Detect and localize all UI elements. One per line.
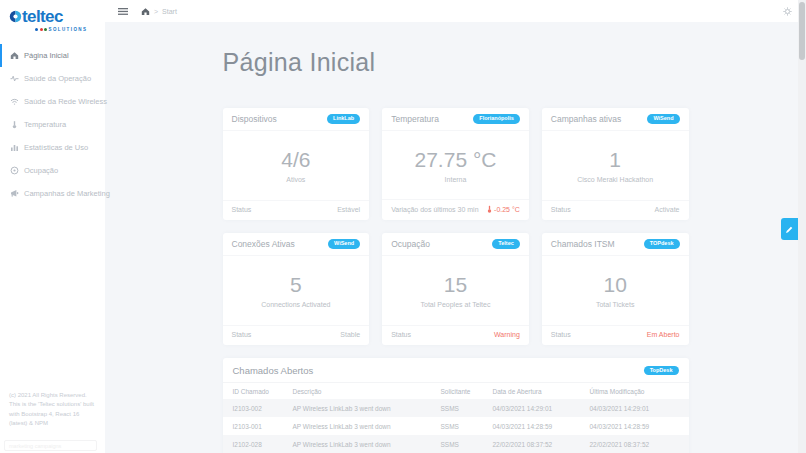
cards-grid: Dispositivos LinkLab 4/6 Ativos Status E… (223, 108, 689, 345)
breadcrumb-separator: > (154, 8, 158, 15)
sidebar-item-pagina-inicial[interactable]: Página Inicial (0, 44, 105, 67)
brand-logo[interactable]: teltec SOLUTIONS (0, 0, 105, 32)
card-badge: TOPdesk (644, 239, 680, 249)
card-footer-label: Status (551, 331, 571, 338)
card-badge: Teltec (492, 239, 520, 249)
sidebar-item-saude-rede-wireless[interactable]: Saúde da Rede Wireless (0, 90, 105, 113)
card-title: Dispositivos (232, 114, 277, 124)
settings-gear-icon[interactable] (783, 7, 792, 16)
card-status-value: Em Aberto (647, 331, 680, 338)
column-header: Última Modificação (584, 383, 689, 399)
sidebar-item-estatisticas-uso[interactable]: Estatísticas de Uso (0, 136, 105, 159)
column-header: Solicitante (435, 383, 487, 399)
cell-id: I2103-001 (223, 417, 287, 435)
card-value: 1 (609, 148, 621, 172)
cell-id: I2102-028 (223, 435, 287, 453)
column-header: Descrição (287, 383, 435, 399)
card-status-value: Estável (337, 206, 360, 213)
breadcrumb-current[interactable]: Start (162, 8, 177, 15)
cell-modified: 22/02/2021 08:37:52 (584, 435, 689, 453)
bar-chart-icon (10, 143, 19, 152)
sidebar-menu: Página Inicial Saúde da Operação Saúde d… (0, 44, 105, 205)
table-row: I2103-002 AP Wireless LinkLab 3 went dow… (223, 399, 689, 417)
main-content: Página Inicial Dispositivos LinkLab 4/6 … (105, 22, 806, 453)
brand-tagline: SOLUTIONS (49, 27, 88, 32)
cell-requester: SSMS (435, 435, 487, 453)
card-dispositivos: Dispositivos LinkLab 4/6 Ativos Status E… (223, 108, 370, 220)
sidebar-item-label: Saúde da Rede Wireless (24, 97, 107, 106)
thermometer-icon (10, 120, 19, 129)
sidebar-item-label: Estatísticas de Uso (24, 143, 88, 152)
card-footer-label: Variação dos últimos 30 min (391, 206, 478, 213)
sidebar-item-temperatura[interactable]: Temperatura (0, 113, 105, 136)
cell-opened: 04/03/2021 14:29:01 (487, 399, 584, 417)
breadcrumb-home-icon[interactable] (141, 7, 150, 16)
open-tickets-table: ID Chamado Descrição Solicitante Data de… (223, 383, 689, 453)
sidebar-item-campanhas-marketing[interactable]: Campanhas de Marketing (0, 182, 105, 205)
teltec-globe-icon (9, 10, 22, 23)
card-sublabel: Connections Activated (261, 301, 330, 308)
open-tickets-card: Chamados Abertos TopDesk ID Chamado Desc… (223, 358, 689, 453)
card-title: Chamados ITSM (551, 239, 615, 249)
sidebar-item-saude-operacao[interactable]: Saúde da Operação (0, 67, 105, 90)
copyright-text: (c) 2021 All Rights Reserved. This is th… (9, 391, 99, 429)
card-sublabel: Ativos (286, 176, 305, 183)
cell-requester: SSMS (435, 399, 487, 417)
cell-opened: 22/02/2021 08:37:52 (487, 435, 584, 453)
card-footer-label: Status (232, 206, 252, 213)
cell-description: AP Wireless LinkLab 3 went down (287, 435, 435, 453)
home-icon (10, 51, 19, 60)
brand-dot-red (40, 28, 43, 31)
card-value: 27.75 °C (415, 148, 497, 172)
card-conexoes-ativas: Conexões Ativas WiSend 5 Connections Act… (223, 233, 370, 345)
card-badge: LinkLab (327, 114, 360, 124)
card-status-value: -0.25 °C (494, 206, 520, 213)
menu-toggle-icon[interactable] (118, 7, 128, 16)
brand-dot-green (44, 28, 47, 31)
card-value: 10 (603, 273, 626, 297)
column-header: Data de Abertura (487, 383, 584, 399)
card-footer-label: Status (391, 331, 411, 338)
sidebar-item-label: Saúde da Operação (24, 74, 91, 83)
cell-modified: 04/03/2021 14:28:59 (584, 417, 689, 435)
card-title: Conexões Ativas (232, 239, 295, 249)
card-chamados-itsm: Chamados ITSM TOPdesk 10 Total Tickets S… (542, 233, 689, 345)
bullhorn-icon (10, 189, 19, 198)
dot-circle-icon (10, 166, 19, 175)
table-row: I2103-001 AP Wireless LinkLab 3 went dow… (223, 417, 689, 435)
card-status-value: Warning (494, 331, 520, 338)
table-row: I2102-028 AP Wireless LinkLab 3 went dow… (223, 435, 689, 453)
card-title: Temperatura (391, 114, 439, 124)
card-footer-label: Status (551, 206, 571, 213)
sidebar-item-label: Página Inicial (24, 51, 69, 60)
card-campanhas-ativas: Campanhas ativas WiSend 1 Cisco Meraki H… (542, 108, 689, 220)
card-value: 4/6 (281, 148, 310, 172)
card-sublabel: Interna (445, 176, 467, 183)
card-title: Ocupação (391, 239, 430, 249)
cell-description: AP Wireless LinkLab 3 went down (287, 417, 435, 435)
card-footer-label: Status (232, 331, 252, 338)
card-sublabel: Total Tickets (596, 301, 635, 308)
sidebar-item-ocupacao[interactable]: Ocupação (0, 159, 105, 182)
column-header: ID Chamado (223, 383, 287, 399)
scrollbar-thumb[interactable] (799, 2, 805, 60)
pencil-icon (785, 225, 794, 234)
cell-modified: 04/03/2021 14:29:01 (584, 399, 689, 417)
brand-name: teltec (22, 8, 63, 25)
cell-opened: 04/03/2021 14:28:59 (487, 417, 584, 435)
card-temperatura: Temperatura Florianópolis 27.75 °C Inter… (382, 108, 529, 220)
edit-fab-button[interactable] (781, 218, 798, 240)
thermometer-delta-icon (487, 205, 492, 213)
brand-dot-blue (35, 28, 38, 31)
card-title: Campanhas ativas (551, 114, 621, 124)
breadcrumb: > Start (141, 7, 177, 16)
sidebar-item-label: Ocupação (24, 166, 58, 175)
card-sublabel: Cisco Meraki Hackathon (577, 176, 653, 183)
table-badge: TopDesk (644, 366, 679, 376)
card-badge: WiSend (647, 114, 679, 124)
card-status-value: Stable (340, 331, 360, 338)
wifi-icon (10, 97, 19, 106)
table-header-row: ID Chamado Descrição Solicitante Data de… (223, 383, 689, 399)
table-title: Chamados Abertos (233, 365, 314, 376)
card-value: 5 (290, 273, 302, 297)
